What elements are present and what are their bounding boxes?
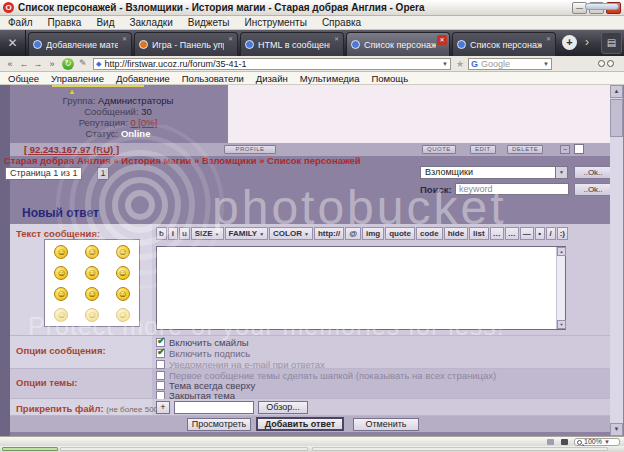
zoom-control[interactable]: 100% ▼: [574, 438, 620, 446]
edit-button[interactable]: EDIT: [470, 145, 496, 154]
collapse-post-icon[interactable]: −: [560, 145, 570, 154]
fast-forward-button[interactable]: »: [46, 58, 58, 70]
url-input[interactable]: [104, 59, 439, 69]
extra-tag-button[interactable]: …: [490, 227, 504, 240]
checkbox-checked[interactable]: ✔: [156, 349, 165, 358]
admin-menu-adding[interactable]: Добавление: [116, 73, 170, 84]
preview-button[interactable]: Просмотреть: [187, 418, 251, 431]
tab-1[interactable]: Добавление материал... ✕: [28, 32, 132, 56]
close-tab-icon[interactable]: ✕: [120, 35, 129, 44]
menu-help[interactable]: Справка: [322, 17, 361, 28]
scroll-up-icon[interactable]: ▲: [557, 247, 566, 256]
smiley-tag-button[interactable]: :): [557, 227, 568, 240]
panel-grip-widget[interactable]: [585, 3, 619, 10]
tab-overflow-icon[interactable]: ›: [585, 35, 589, 49]
tab-5[interactable]: Список персонажей - В... ✕: [452, 32, 556, 56]
tab-4-active[interactable]: Список персонажей - В... ✕: [346, 32, 450, 56]
smiley-icon[interactable]: ☺: [116, 266, 130, 280]
rewind-button[interactable]: «: [4, 58, 16, 70]
tools-icon[interactable]: ✕: [0, 30, 26, 56]
menu-edit[interactable]: Правка: [48, 17, 82, 28]
menu-view[interactable]: Вид: [96, 17, 114, 28]
checkbox[interactable]: [156, 371, 165, 380]
scroll-down-icon[interactable]: ▼: [557, 320, 566, 329]
smiley-icon[interactable]: ☺: [116, 308, 130, 322]
tab-2[interactable]: Игра - Панель управле... ✕: [134, 32, 238, 56]
extra-tag-button[interactable]: …: [505, 227, 519, 240]
cancel-button[interactable]: Отменить: [353, 418, 419, 431]
page-scrollbar[interactable]: ▲ ▼: [610, 85, 623, 436]
admin-menu-help[interactable]: Помощь: [371, 73, 408, 84]
tab-3[interactable]: HTML в сообщениях на... ✕: [240, 32, 344, 56]
camera-icon[interactable]: [561, 439, 568, 445]
search-go-button[interactable]: ..Ok..: [574, 183, 612, 196]
add-attachment-button[interactable]: +: [156, 401, 170, 414]
menu-widgets[interactable]: Виджеты: [188, 17, 230, 28]
italic-button[interactable]: i: [168, 227, 178, 240]
underline-button[interactable]: u: [179, 227, 190, 240]
reload-button[interactable]: ↻: [62, 58, 74, 70]
smiley-icon[interactable]: ☺: [54, 245, 68, 259]
extra-tag-button[interactable]: /: [546, 227, 556, 240]
hide-tag-button[interactable]: hide: [444, 227, 468, 240]
forum-search-input[interactable]: [455, 183, 569, 195]
message-textarea[interactable]: ▲ ▼: [156, 246, 566, 330]
extra-tag-button[interactable]: •: [535, 227, 545, 240]
smiley-icon[interactable]: ☺: [85, 245, 99, 259]
reputation-link[interactable]: 0 [0%]: [130, 117, 157, 128]
forward-button[interactable]: →: [32, 58, 44, 70]
smiley-icon[interactable]: ☺: [54, 308, 68, 322]
list-tag-button[interactable]: list: [469, 227, 489, 240]
admin-menu-multimedia[interactable]: Мультимедиа: [300, 73, 360, 84]
smiley-icon[interactable]: ☺: [116, 245, 130, 259]
menu-file[interactable]: Файл: [8, 17, 33, 28]
scrollbar-thumb[interactable]: [610, 99, 623, 137]
panels-toggle-icon[interactable]: ▤: [601, 32, 622, 54]
pencil-icon[interactable]: ✎: [79, 58, 87, 68]
quote-tag-button[interactable]: quote: [385, 227, 415, 240]
topic-select[interactable]: Взломщики ▼: [420, 166, 568, 179]
size-dropdown[interactable]: SIZE▼: [191, 227, 224, 240]
option-enable-signature[interactable]: ✔ Включить подпись: [156, 348, 250, 359]
back-button[interactable]: ←: [18, 58, 30, 70]
smiley-icon[interactable]: ☺: [54, 266, 68, 280]
search-engine-dropdown-icon[interactable]: ▼: [543, 61, 549, 67]
admin-menu-design[interactable]: Дизайн: [256, 73, 288, 84]
option-enable-smileys[interactable]: ✔ Включить смайлы: [156, 337, 249, 348]
magnify-icon[interactable]: [598, 60, 618, 68]
email-button[interactable]: @: [345, 227, 361, 240]
quote-button[interactable]: QUOTE: [422, 145, 456, 154]
extra-tag-button[interactable]: —: [520, 227, 534, 240]
smiley-icon[interactable]: ☺: [85, 266, 99, 280]
page-1-button[interactable]: 1: [97, 167, 109, 180]
browse-button[interactable]: Обзор...: [258, 401, 308, 414]
ip-address-link[interactable]: [ 92.243.167.97 (RU) ]: [24, 144, 119, 155]
color-dropdown[interactable]: COLOR▼: [269, 227, 313, 240]
bookmark-star-icon[interactable]: ★: [456, 59, 464, 69]
admin-menu-general[interactable]: Общее: [8, 73, 39, 84]
gear-icon[interactable]: [547, 439, 554, 445]
smiley-icon[interactable]: ☺: [54, 287, 68, 301]
smiley-icon[interactable]: ☺: [116, 287, 130, 301]
admin-menu-users[interactable]: Пользователи: [182, 73, 244, 84]
url-field[interactable]: ◆ ▼: [93, 58, 451, 70]
profile-button[interactable]: PROFILE: [224, 145, 276, 154]
scroll-up-icon[interactable]: ▲: [610, 85, 623, 98]
checkbox[interactable]: [156, 360, 165, 369]
menu-tools[interactable]: Инструменты: [245, 17, 307, 28]
smiley-icon[interactable]: ☺: [85, 287, 99, 301]
close-tab-icon[interactable]: ✕: [226, 35, 235, 44]
family-dropdown[interactable]: FAMILY▼: [225, 227, 269, 240]
search-field[interactable]: G ▼: [468, 58, 552, 70]
delete-button[interactable]: DELETE: [507, 145, 543, 154]
admin-menu-management[interactable]: Управление: [51, 73, 104, 84]
checkbox[interactable]: [156, 381, 165, 390]
file-path-input[interactable]: [174, 401, 254, 414]
smiley-icon[interactable]: ☺: [85, 308, 99, 322]
close-tab-icon[interactable]: ✕: [437, 35, 447, 45]
topic-go-button[interactable]: ..Ok..: [574, 166, 612, 179]
bold-button[interactable]: b: [156, 227, 167, 240]
new-tab-button[interactable]: +: [562, 35, 577, 50]
breadcrumb[interactable]: Старая добрая Англия » История магии » В…: [4, 155, 361, 166]
textarea-scrollbar[interactable]: ▲ ▼: [556, 247, 565, 329]
